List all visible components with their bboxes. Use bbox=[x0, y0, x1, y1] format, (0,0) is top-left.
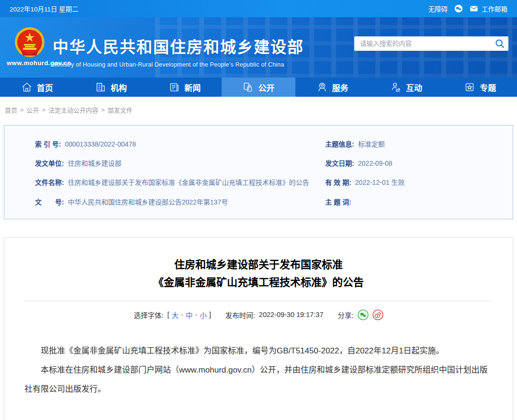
doc-info-left-column: 索 引 号: 000013338/2022-00478 发文单位: 住房和城乡建… bbox=[35, 140, 325, 206]
publish-time-value: 2022-09-30 19:17:37 bbox=[259, 311, 324, 318]
article-divider bbox=[24, 301, 493, 301]
article-panel: 住房和城乡建设部关于发布国家标准 《金属非金属矿山充填工程技术标准》的公告 选择… bbox=[4, 237, 513, 420]
doc-info-value: 000013338/2022-00478 bbox=[65, 140, 136, 148]
nav-item-service[interactable]: 服务 bbox=[295, 78, 369, 97]
search-input[interactable] bbox=[360, 40, 495, 47]
nav-item-home[interactable]: 首页 bbox=[0, 78, 74, 97]
article-title-line1: 住房和城乡建设部关于发布国家标准 bbox=[19, 256, 498, 273]
nav-label: 服务 bbox=[332, 81, 348, 93]
bracket-open: [ bbox=[168, 311, 169, 318]
doc-info-label: 主 题 词: bbox=[325, 198, 351, 206]
share-wechat-icon[interactable] bbox=[358, 309, 369, 320]
site-header: www.mohurd.gov.cn 中华人民共和国住房和城乡建设部 Minist… bbox=[0, 17, 517, 78]
mailbox-link[interactable]: 工作邮箱 bbox=[470, 4, 507, 13]
disclosure-icon bbox=[242, 81, 254, 93]
site-title: 中华人民共和国住房和城乡建设部 bbox=[53, 34, 304, 57]
font-selector-label: 选择字体: bbox=[134, 310, 164, 320]
nav-label: 公开 bbox=[258, 81, 274, 93]
article-body: 现批准《金属非金属矿山充填工程技术标准》为国家标准，编号为GB/T51450-2… bbox=[19, 341, 498, 399]
nav-label: 互动 bbox=[406, 81, 422, 93]
share-label: 分享: bbox=[337, 310, 353, 320]
page: 2022年10月11日 星期二 无障碍 工作邮箱 bbox=[0, 0, 517, 420]
share-group: 分享: bbox=[337, 309, 383, 320]
mailbox-label: 工作邮箱 bbox=[482, 4, 507, 13]
nav-item-news[interactable]: 新闻 bbox=[148, 78, 222, 97]
home-icon bbox=[21, 81, 33, 93]
article-paragraph: 现批准《金属非金属矿山充填工程技术标准》为国家标准，编号为GB/T51450-2… bbox=[24, 341, 493, 361]
doc-info-value: 2022-12-01 生效 bbox=[355, 178, 405, 187]
bracket-close: ] bbox=[209, 311, 211, 318]
nav-label: 新闻 bbox=[184, 81, 201, 93]
doc-info-row-effective: 有 效 期: 2022-12-01 生效 bbox=[325, 178, 503, 187]
main-nav: 首页 机构 新闻 公开 服务 bbox=[0, 78, 517, 97]
breadcrumb-separator: > bbox=[20, 106, 24, 114]
publish-time-label: 发布时间: bbox=[225, 310, 255, 320]
doc-info-value: 住房和城乡建设部 bbox=[68, 159, 122, 168]
breadcrumb-separator: > bbox=[101, 106, 105, 114]
doc-info-row-title: 文件名称: 住房和城乡建设部关于发布国家标准《金属非金属矿山充填工程技术标准》的… bbox=[35, 178, 325, 187]
font-dash: - bbox=[195, 311, 197, 318]
doc-info-value: 2022-09-08 bbox=[358, 159, 393, 168]
doc-info-row-topic: 主题信息: 标准定额 bbox=[325, 140, 503, 148]
doc-info-row-index: 索 引 号: 000013338/2022-00478 bbox=[35, 140, 325, 148]
interact-icon bbox=[390, 81, 402, 93]
search-icon[interactable] bbox=[495, 39, 505, 48]
doc-info-right-column: 主题信息: 标准定额 发文日期: 2022-09-08 有 效 期: 2022-… bbox=[325, 140, 503, 206]
site-subtitle: Ministry of Housing and Urban-Rural Deve… bbox=[53, 61, 304, 68]
nav-item-org[interactable]: 机构 bbox=[74, 78, 147, 97]
breadcrumb-statutory[interactable]: 法定主动公开内容 bbox=[48, 105, 98, 114]
doc-info-label: 发文日期: bbox=[325, 159, 354, 168]
doc-info-value: 中华人民共和国住房和城乡建设部公告2022年第137号 bbox=[68, 198, 228, 206]
doc-info-label: 有 效 期: bbox=[325, 178, 351, 187]
breadcrumb-separator: > bbox=[42, 106, 46, 114]
nav-item-topics[interactable]: 专题 bbox=[443, 78, 517, 97]
search-box bbox=[354, 36, 508, 51]
publish-time-group: 发布时间: 2022-09-30 19:17:37 bbox=[225, 310, 324, 320]
doc-info-label: 索 引 号: bbox=[35, 140, 61, 148]
font-dash: - bbox=[181, 311, 183, 318]
breadcrumb: 首页 > 公开 > 法定主动公开内容 > 部发文件 bbox=[0, 97, 517, 122]
article-title: 住房和城乡建设部关于发布国家标准 《金属非金属矿山充填工程技术标准》的公告 bbox=[19, 256, 498, 291]
doc-info-label: 主题信息: bbox=[325, 140, 354, 148]
nav-label: 专题 bbox=[480, 81, 496, 93]
topbar-right: 无障碍 工作邮箱 bbox=[428, 4, 508, 13]
article-title-line2: 《金属非金属矿山充填工程技术标准》的公告 bbox=[19, 273, 498, 291]
doc-info-label: 发文单位: bbox=[35, 159, 64, 168]
doc-info-label: 文 号: bbox=[35, 198, 64, 206]
doc-info-value: 住房和城乡建设部关于发布国家标准《金属非金属矿山充填工程技术标准》的公告 bbox=[68, 178, 309, 187]
font-size-selector: [ 大 - 中 - 小 ] bbox=[168, 310, 211, 320]
article-paragraph: 本标准在住房和城乡建设部门户网站（www.mohurd.gov.cn）公开，并由… bbox=[24, 361, 493, 399]
nav-label: 机构 bbox=[111, 81, 127, 93]
service-icon bbox=[316, 81, 328, 93]
doc-info-label: 文件名称: bbox=[35, 178, 64, 187]
doc-info-box: 索 引 号: 000013338/2022-00478 发文单位: 住房和城乡建… bbox=[4, 125, 513, 219]
topbar: 2022年10月11日 星期二 无障碍 工作邮箱 bbox=[0, 0, 517, 17]
article-meta-row: 选择字体: [ 大 - 中 - 小 ] 发布时间: 2022-09-30 19:… bbox=[19, 309, 498, 320]
news-icon bbox=[169, 81, 180, 93]
national-emblem-icon bbox=[14, 27, 45, 57]
site-titles: 中华人民共和国住房和城乡建设部 Ministry of Housing and … bbox=[53, 34, 304, 68]
doc-info-row-number: 文 号: 中华人民共和国住房和城乡建设部公告2022年第137号 bbox=[35, 198, 325, 206]
breadcrumb-home[interactable]: 首页 bbox=[5, 105, 17, 114]
topics-icon bbox=[464, 81, 475, 93]
font-size-small-link[interactable]: 小 bbox=[200, 310, 207, 320]
breadcrumb-current: 部发文件 bbox=[108, 105, 133, 114]
doc-info-value: 标准定额 bbox=[358, 140, 385, 148]
topbar-date: 2022年10月11日 星期二 bbox=[10, 4, 79, 13]
doc-info-row-date: 发文日期: 2022-09-08 bbox=[325, 159, 503, 168]
wechat-icon[interactable] bbox=[454, 4, 463, 13]
doc-info-row-keywords: 主 题 词: bbox=[325, 198, 503, 206]
font-size-large-link[interactable]: 大 bbox=[172, 310, 179, 320]
font-size-medium-link[interactable]: 中 bbox=[186, 310, 193, 320]
nav-item-interact[interactable]: 互动 bbox=[369, 78, 443, 97]
doc-info-row-issuer: 发文单位: 住房和城乡建设部 bbox=[35, 159, 325, 168]
org-icon bbox=[95, 81, 106, 93]
breadcrumb-disclosure[interactable]: 公开 bbox=[27, 105, 39, 114]
nav-item-disclosure[interactable]: 公开 bbox=[222, 78, 295, 97]
accessibility-link[interactable]: 无障碍 bbox=[428, 4, 448, 13]
nav-label: 首页 bbox=[37, 81, 53, 93]
share-weibo-icon[interactable] bbox=[372, 309, 383, 320]
mail-icon bbox=[470, 4, 478, 13]
